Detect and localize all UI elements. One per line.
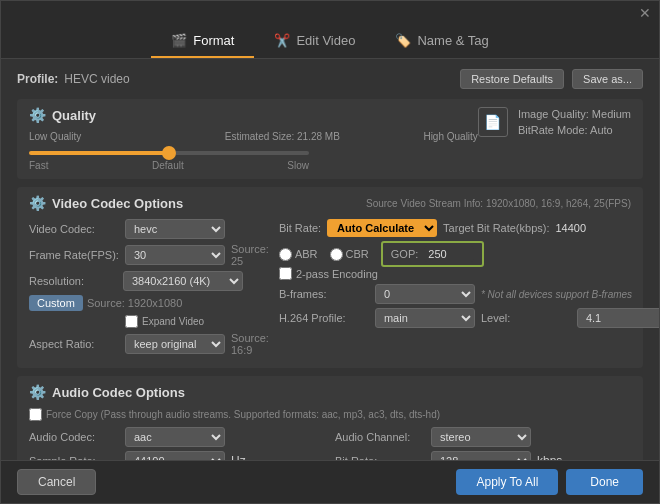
bitrate-mode: BitRate Mode: Auto	[518, 124, 613, 136]
profile-row: Profile: HEVC video Restore Defaults Sav…	[17, 69, 643, 89]
audio-codec-grid: Audio Codec: aac Sample Rate: 44100 Hz	[29, 427, 631, 460]
tab-format[interactable]: 🎬 Format	[151, 25, 254, 58]
video-codec-left: Video Codec: hevc Frame Rate(FPS): 30 So…	[29, 219, 269, 360]
fps-row: Frame Rate(FPS): 30 Source: 25	[29, 243, 269, 267]
force-copy-label: Force Copy (Pass through audio streams. …	[46, 409, 440, 420]
resolution-select[interactable]: 3840x2160 (4K)	[123, 271, 243, 291]
level-label: Level:	[481, 312, 571, 324]
audio-codec-right: Audio Channel: stereo Bit Rate: 128 kbps	[335, 427, 631, 460]
aspect-source: Source: 16:9	[231, 332, 269, 356]
codec-select[interactable]: hevc	[125, 219, 225, 239]
edit-video-tab-icon: ✂️	[274, 33, 290, 48]
format-tab-label: Format	[193, 33, 234, 48]
audio-codec-row: Audio Codec: aac	[29, 427, 325, 447]
expand-checkbox[interactable]	[125, 315, 138, 328]
audio-channel-row: Audio Channel: stereo	[335, 427, 631, 447]
video-codec-section: ⚙️ Video Codec Options Source Video Stre…	[17, 187, 643, 368]
resolution-label: Resolution:	[29, 275, 119, 287]
name-tag-tab-label: Name & Tag	[417, 33, 488, 48]
slow-label: Slow	[287, 160, 309, 171]
low-quality-label: Low Quality	[29, 131, 81, 142]
name-tag-tab-icon: 🏷️	[395, 33, 411, 48]
quality-slider-container	[29, 144, 349, 158]
bitrate-row: Bit Rate: Auto Calculate Target Bit Rate…	[279, 219, 659, 237]
cbr-radio-item: CBR	[330, 248, 369, 261]
image-quality: Image Quality: Medium	[518, 108, 631, 120]
done-button[interactable]: Done	[566, 469, 643, 495]
expand-label: Expand Video	[142, 316, 204, 327]
audio-codec-label: Audio Codec Options	[52, 385, 185, 400]
quality-header: ⚙️ Quality	[29, 107, 478, 123]
audio-bitrate-row: Bit Rate: 128 kbps	[335, 451, 631, 460]
target-bitrate-label: Target Bit Rate(kbps):	[443, 222, 549, 234]
gop-input[interactable]	[424, 246, 474, 262]
twopass-checkbox[interactable]	[279, 267, 292, 280]
audio-bitrate-select[interactable]: 128	[431, 451, 531, 460]
sample-rate-row: Sample Rate: 44100 Hz	[29, 451, 325, 460]
abr-radio[interactable]	[279, 248, 292, 261]
audio-codec-select[interactable]: aac	[125, 427, 225, 447]
tab-edit-video[interactable]: ✂️ Edit Video	[254, 25, 375, 58]
bitrate-label: Bit Rate:	[279, 222, 321, 234]
audio-channel-label: Audio Channel:	[335, 431, 425, 443]
quality-icon-box: 📄	[478, 107, 508, 137]
profile-left: Profile: HEVC video	[17, 72, 130, 86]
video-codec-grid: Video Codec: hevc Frame Rate(FPS): 30 So…	[29, 219, 631, 360]
force-copy-checkbox[interactable]	[29, 408, 42, 421]
cbr-label: CBR	[346, 248, 369, 260]
audio-channel-select[interactable]: stereo	[431, 427, 531, 447]
edit-video-tab-label: Edit Video	[296, 33, 355, 48]
fps-label: Frame Rate(FPS):	[29, 249, 119, 261]
default-label: Default	[152, 160, 184, 171]
title-bar: ✕	[1, 1, 659, 25]
expand-row: Expand Video	[125, 315, 269, 328]
aspect-select[interactable]: keep original	[125, 334, 225, 354]
aspect-label: Aspect Ratio:	[29, 338, 119, 350]
audio-codec-icon: ⚙️	[29, 384, 46, 400]
tab-bar: 🎬 Format ✂️ Edit Video 🏷️ Name & Tag	[1, 25, 659, 59]
video-codec-right: Bit Rate: Auto Calculate Target Bit Rate…	[279, 219, 659, 360]
audio-codec-header: ⚙️ Audio Codec Options	[29, 384, 631, 400]
codec-header-row: ⚙️ Video Codec Options Source Video Stre…	[29, 195, 631, 211]
h264-profile-select[interactable]: main	[375, 308, 475, 328]
audio-codec-section: ⚙️ Audio Codec Options Force Copy (Pass …	[17, 376, 643, 460]
bframes-select[interactable]: 0	[375, 284, 475, 304]
quality-right: Image Quality: Medium BitRate Mode: Auto	[518, 108, 631, 136]
footer: Cancel Apply To All Done	[1, 460, 659, 503]
cancel-button[interactable]: Cancel	[17, 469, 96, 495]
audio-codec-left: Audio Codec: aac Sample Rate: 44100 Hz	[29, 427, 325, 460]
sample-rate-select[interactable]: 44100	[125, 451, 225, 460]
fps-select[interactable]: 30	[125, 245, 225, 265]
twopass-checkbox-row: 2-pass Encoding	[279, 267, 378, 280]
tab-name-tag[interactable]: 🏷️ Name & Tag	[375, 25, 508, 58]
quality-labels: Low Quality Estimated Size: 21.28 MB Hig…	[29, 131, 478, 142]
audio-codec-label-field: Audio Codec:	[29, 431, 119, 443]
level-select[interactable]: 4.1	[577, 308, 659, 328]
quality-slider[interactable]	[29, 151, 309, 155]
gop-label: GOP:	[391, 248, 419, 260]
high-quality-label: High Quality	[423, 131, 477, 142]
h264-profile-label: H.264 Profile:	[279, 312, 369, 324]
video-codec-label: Video Codec Options	[52, 196, 183, 211]
close-button[interactable]: ✕	[639, 5, 651, 21]
bitrate-select[interactable]: Auto Calculate	[327, 219, 437, 237]
twopass-label: 2-pass Encoding	[296, 268, 378, 280]
slider-sublabels: Fast Default Slow	[29, 160, 309, 171]
save-as-button[interactable]: Save as...	[572, 69, 643, 89]
aspect-row: Aspect Ratio: keep original Source: 16:9	[29, 332, 269, 356]
fps-source: Source: 25	[231, 243, 269, 267]
source-info: Source Video Stream Info: 1920x1080, 16:…	[366, 198, 631, 209]
restore-defaults-button[interactable]: Restore Defaults	[460, 69, 564, 89]
custom-button[interactable]: Custom	[29, 295, 83, 311]
target-bitrate-value: 14400	[555, 222, 586, 234]
profile-buttons: Restore Defaults Save as...	[460, 69, 643, 89]
resolution-source: Source: 1920x1080	[87, 297, 182, 309]
apply-button[interactable]: Apply To All	[456, 469, 558, 495]
twopass-row: 2-pass Encoding	[279, 267, 659, 280]
cbr-radio[interactable]	[330, 248, 343, 261]
gop-box: GOP:	[381, 241, 485, 267]
expand-checkbox-row: Expand Video	[125, 315, 204, 328]
estimated-size: Estimated Size: 21.28 MB	[225, 131, 340, 142]
force-copy-row: Force Copy (Pass through audio streams. …	[29, 408, 631, 421]
quality-label: Quality	[52, 108, 96, 123]
